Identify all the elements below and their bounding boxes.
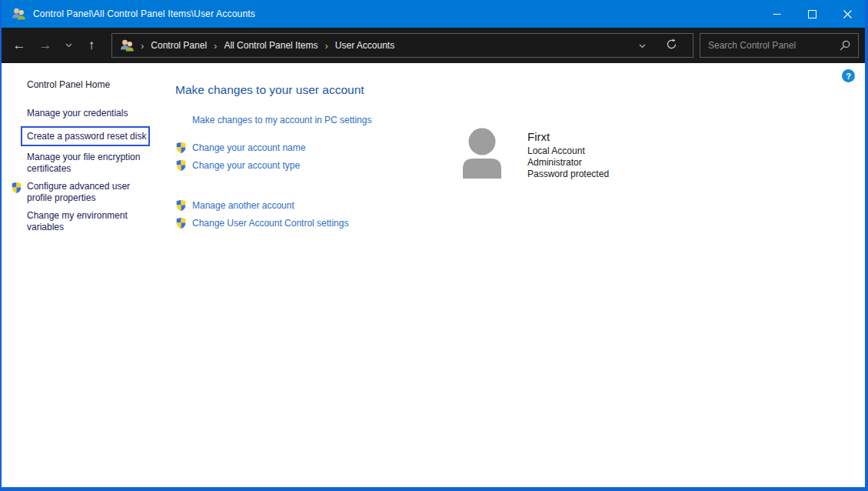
user-name: Firxt bbox=[527, 130, 609, 143]
back-arrow-icon: ← bbox=[13, 38, 26, 53]
sidebar: Control Panel Home Manage your credentia… bbox=[27, 79, 159, 239]
pc-settings-link[interactable]: Make changes to my account in PC setting… bbox=[192, 115, 371, 125]
sidebar-item-configure-advanced-user-profile[interactable]: Configure advanced user profile properti… bbox=[27, 181, 151, 203]
chevron-down-icon bbox=[639, 44, 646, 48]
refresh-icon bbox=[666, 38, 677, 50]
user-account-kind: Local Account bbox=[527, 145, 609, 157]
user-info: Firxt Local Account Administrator Passwo… bbox=[527, 128, 609, 180]
search-input[interactable] bbox=[708, 40, 835, 51]
search-icon[interactable] bbox=[840, 40, 850, 51]
page-title: Make changes to your user account bbox=[175, 83, 364, 97]
content-pane: Make changes to your user account Make c… bbox=[175, 63, 859, 487]
breadcrumb-user-accounts[interactable]: User Accounts bbox=[334, 39, 395, 52]
sidebar-item-label: Configure advanced user profile properti… bbox=[27, 181, 130, 203]
task-link-label: Change your account type bbox=[192, 160, 300, 171]
uac-shield-icon bbox=[175, 217, 187, 229]
task-change-account-type[interactable]: Change your account type bbox=[175, 159, 300, 172]
breadcrumb-separator[interactable]: › bbox=[208, 40, 223, 52]
user-accounts-location-icon bbox=[120, 39, 135, 52]
task-link-label: Change User Account Control settings bbox=[192, 218, 348, 229]
user-accounts-icon bbox=[12, 8, 26, 20]
help-button[interactable]: ? bbox=[842, 69, 855, 82]
sidebar-item-control-panel-home[interactable]: Control Panel Home bbox=[27, 79, 159, 90]
maximize-button[interactable] bbox=[794, 0, 830, 28]
forward-button[interactable]: → bbox=[32, 32, 58, 58]
close-button[interactable] bbox=[830, 0, 865, 28]
question-mark-icon: ? bbox=[846, 72, 851, 81]
close-icon bbox=[843, 10, 852, 18]
address-dropdown-button[interactable] bbox=[634, 37, 650, 54]
title-bar: Control Panel\All Control Panel Items\Us… bbox=[2, 0, 865, 28]
maximize-icon bbox=[808, 10, 816, 18]
sidebar-item-manage-credentials[interactable]: Manage your credentials bbox=[27, 108, 151, 119]
user-password-status: Password protected bbox=[527, 169, 609, 180]
up-arrow-icon: ↑ bbox=[88, 38, 95, 53]
main-area: Control Panel Home Manage your credentia… bbox=[2, 63, 865, 487]
search-box bbox=[700, 33, 859, 58]
recent-locations-button[interactable] bbox=[58, 32, 78, 58]
user-card: Firxt Local Account Administrator Passwo… bbox=[463, 128, 609, 180]
chevron-down-icon bbox=[65, 43, 72, 48]
navigation-bar: ← → ↑ › Control Panel › All Control Pane… bbox=[2, 28, 865, 63]
task-link-label: Manage another account bbox=[192, 200, 294, 211]
task-link-label: Change your account name bbox=[192, 142, 305, 153]
forward-arrow-icon: → bbox=[39, 38, 52, 53]
caption-buttons bbox=[759, 0, 865, 28]
sidebar-item-create-password-reset-disk[interactable]: Create a password reset disk bbox=[21, 126, 150, 147]
minimize-icon bbox=[773, 10, 781, 18]
sidebar-item-label: Create a password reset disk bbox=[27, 131, 146, 142]
user-avatar-icon bbox=[463, 128, 503, 179]
address-bar[interactable]: › Control Panel › All Control Panel Item… bbox=[111, 33, 693, 58]
breadcrumb-separator[interactable]: › bbox=[135, 40, 150, 52]
user-role: Administrator bbox=[527, 157, 609, 169]
window-title: Control Panel\All Control Panel Items\Us… bbox=[33, 8, 759, 19]
back-button[interactable]: ← bbox=[6, 32, 32, 58]
sidebar-item-manage-file-encryption-certificates[interactable]: Manage your file encryption certificates bbox=[27, 152, 151, 174]
sidebar-item-change-environment-variables[interactable]: Change my environment variables bbox=[27, 210, 151, 232]
task-change-uac-settings[interactable]: Change User Account Control settings bbox=[175, 217, 348, 229]
uac-shield-icon bbox=[175, 142, 187, 154]
breadcrumb-separator[interactable]: › bbox=[318, 40, 334, 52]
breadcrumb-all-control-panel-items[interactable]: All Control Panel Items bbox=[223, 39, 318, 52]
task-manage-another-account[interactable]: Manage another account bbox=[175, 199, 294, 212]
uac-shield-icon bbox=[11, 182, 22, 194]
up-button[interactable]: ↑ bbox=[78, 32, 105, 58]
uac-shield-icon bbox=[175, 199, 187, 212]
minimize-button[interactable] bbox=[759, 0, 794, 28]
uac-shield-icon bbox=[175, 159, 187, 172]
task-change-account-name[interactable]: Change your account name bbox=[175, 142, 305, 154]
breadcrumb-control-panel[interactable]: Control Panel bbox=[150, 39, 208, 52]
refresh-button[interactable] bbox=[666, 38, 677, 52]
control-panel-window: Control Panel\All Control Panel Items\Us… bbox=[0, 0, 868, 491]
